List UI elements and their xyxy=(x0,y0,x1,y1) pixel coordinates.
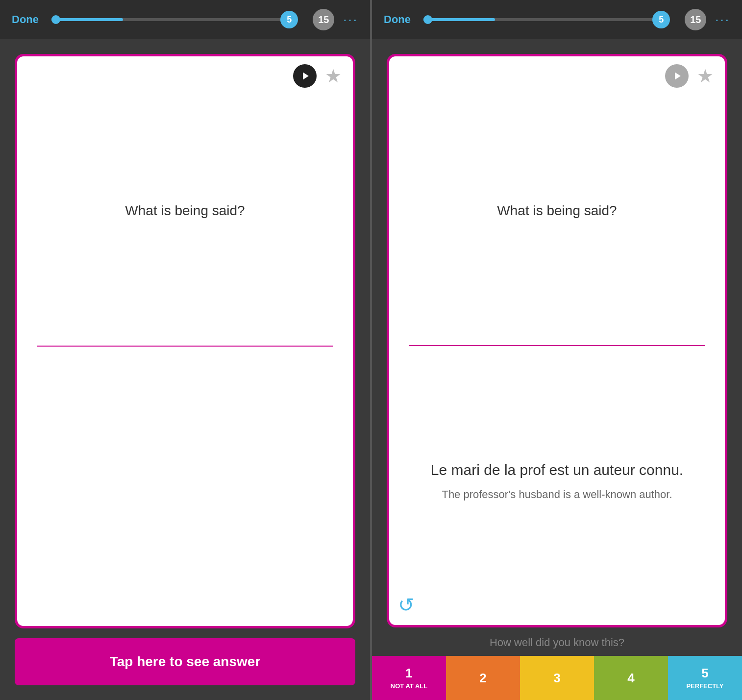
left-card-top: What is being said? xyxy=(17,56,353,346)
left-progress-track: 5 xyxy=(51,18,289,21)
rating-button-3[interactable]: 3 xyxy=(520,656,594,700)
left-more-button[interactable]: ··· xyxy=(343,12,358,27)
left-play-button[interactable] xyxy=(293,64,317,88)
right-header: Done 5 15 ··· xyxy=(372,0,742,39)
right-card-top: What is being said? xyxy=(389,56,725,345)
right-replay-button[interactable]: ↺ xyxy=(398,594,415,616)
right-more-button[interactable]: ··· xyxy=(715,12,730,27)
rating-2-number: 2 xyxy=(479,671,486,686)
tap-to-see-answer-button[interactable]: Tap here to see answer xyxy=(15,638,355,685)
rating-5-number: 5 xyxy=(701,666,708,681)
left-card-bottom xyxy=(17,347,353,626)
rating-4-number: 4 xyxy=(627,671,634,686)
rating-section: How well did you know this? 1 NOT AT ALL… xyxy=(372,627,742,700)
left-progress-bar: 5 xyxy=(51,18,289,21)
rating-question: How well did you know this? xyxy=(372,627,742,656)
svg-marker-0 xyxy=(303,73,309,80)
rating-button-4[interactable]: 4 xyxy=(594,656,668,700)
left-done-label: Done xyxy=(12,13,39,26)
right-card-area: ★ What is being said? Le mari de la prof… xyxy=(372,39,742,627)
right-progress-bar: 5 xyxy=(423,18,661,21)
right-progress-current: 5 xyxy=(652,11,670,28)
right-progress-track: 5 xyxy=(423,18,661,21)
left-progress-total: 15 xyxy=(313,9,334,30)
right-answer-english: The professor's husband is a well-known … xyxy=(442,488,672,501)
left-card-area: ★ What is being said? xyxy=(0,39,370,628)
rating-5-label: PERFECTLY xyxy=(686,683,723,690)
rating-button-5[interactable]: 5 PERFECTLY xyxy=(668,656,742,700)
rating-1-number: 1 xyxy=(405,666,412,681)
left-progress-fill xyxy=(51,18,123,21)
right-answer-french: Le mari de la prof est un auteur connu. xyxy=(431,460,683,479)
svg-marker-1 xyxy=(675,73,681,80)
rating-button-1[interactable]: 1 NOT AT ALL xyxy=(372,656,446,700)
left-flashcard[interactable]: ★ What is being said? xyxy=(15,54,355,628)
rating-button-2[interactable]: 2 xyxy=(446,656,520,700)
left-card-icons: ★ xyxy=(293,64,345,88)
left-panel: Done 5 15 ··· ★ What is being said? xyxy=(0,0,370,700)
right-card-icons: ★ xyxy=(665,64,717,88)
rating-1-label: NOT AT ALL xyxy=(391,683,427,690)
rating-buttons: 1 NOT AT ALL 2 3 4 5 PERFECTLY xyxy=(372,656,742,700)
right-star-button[interactable]: ★ xyxy=(693,64,717,88)
right-card-bottom: Le mari de la prof est un auteur connu. … xyxy=(389,346,725,625)
right-progress-dot xyxy=(423,15,432,24)
right-panel: Done 5 15 ··· ★ What is being said? xyxy=(372,0,742,700)
left-progress-current: 5 xyxy=(280,11,298,28)
right-progress-fill xyxy=(423,18,495,21)
rating-3-number: 3 xyxy=(553,671,560,686)
right-question-text: What is being said? xyxy=(497,203,617,219)
right-flashcard: ★ What is being said? Le mari de la prof… xyxy=(387,54,727,627)
left-star-button[interactable]: ★ xyxy=(322,64,345,88)
right-play-button[interactable] xyxy=(665,64,689,88)
left-question-text: What is being said? xyxy=(125,203,245,219)
left-header: Done 5 15 ··· xyxy=(0,0,370,39)
left-progress-dot xyxy=(51,15,60,24)
right-progress-total: 15 xyxy=(685,9,706,30)
right-done-label: Done xyxy=(384,13,411,26)
